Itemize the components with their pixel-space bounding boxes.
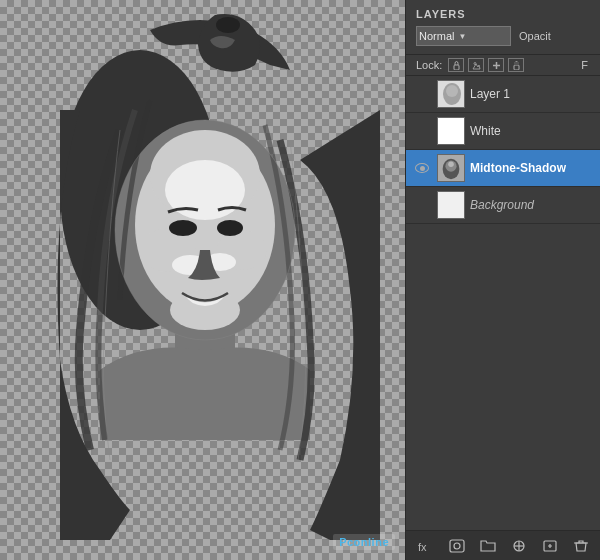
layers-list: Layer 1 White	[406, 76, 600, 530]
background-thumbnail	[437, 191, 465, 219]
artwork	[20, 10, 380, 540]
watermark-text: Pconline	[339, 536, 389, 548]
layer-item-layer1[interactable]: Layer 1	[406, 76, 600, 113]
add-mask-button[interactable]	[446, 535, 468, 557]
layer1-name: Layer 1	[470, 87, 594, 101]
eye-icon	[415, 163, 429, 173]
canvas-area: Pconline	[0, 0, 405, 560]
midtone-shadow-name: Midtone-Shadow	[470, 161, 594, 175]
background-thumb	[438, 192, 464, 218]
svg-rect-27	[450, 540, 464, 552]
lock-label: Lock:	[416, 59, 442, 71]
lock-all-button[interactable]	[508, 58, 524, 72]
opacity-label: Opacit	[519, 30, 551, 42]
blend-mode-dropdown[interactable]: Normal ▼	[416, 26, 511, 46]
background-name: Background	[470, 198, 594, 212]
midtone-shadow-thumbnail	[437, 154, 465, 182]
lock-row: Lock: F	[406, 55, 600, 76]
portrait-svg	[20, 10, 380, 540]
lock-transparency-button[interactable]	[448, 58, 464, 72]
svg-rect-18	[514, 62, 519, 65]
svg-point-21	[446, 85, 458, 97]
delete-layer-button[interactable]	[570, 535, 592, 557]
new-layer-button[interactable]	[539, 535, 561, 557]
panel-title: LAYERS	[416, 8, 590, 20]
watermark: Pconline	[333, 534, 395, 550]
blend-mode-value: Normal	[419, 30, 454, 42]
white-name: White	[470, 124, 594, 138]
panel-footer: fx	[406, 530, 600, 560]
svg-point-28	[454, 543, 460, 549]
lock-position-button[interactable]	[488, 58, 504, 72]
layer-item-background[interactable]: Background	[406, 187, 600, 224]
white-thumb	[438, 118, 464, 144]
svg-rect-15	[454, 65, 459, 70]
svg-point-16	[474, 62, 476, 64]
dropdown-arrow-icon: ▼	[458, 32, 466, 41]
white-thumbnail	[437, 117, 465, 145]
layer1-thumb-checker	[438, 81, 464, 107]
layer-item-midtone-shadow[interactable]: Midtone-Shadow	[406, 150, 600, 187]
blend-row: Normal ▼ Opacit	[416, 26, 590, 46]
create-adjustment-button[interactable]	[508, 535, 530, 557]
layers-panel: LAYERS Normal ▼ Opacit Lock: F	[405, 0, 600, 560]
layer1-thumbnail	[437, 80, 465, 108]
eye-pupil	[420, 166, 425, 171]
add-style-button[interactable]: fx	[415, 535, 437, 557]
svg-point-12	[169, 220, 197, 236]
midtone-shadow-visibility[interactable]	[412, 163, 432, 173]
svg-text:fx: fx	[418, 541, 427, 553]
svg-point-9	[165, 160, 245, 220]
fill-label: F	[581, 59, 588, 71]
create-group-button[interactable]	[477, 535, 499, 557]
svg-point-8	[170, 290, 240, 330]
svg-rect-17	[514, 65, 519, 70]
panel-header: LAYERS Normal ▼ Opacit	[406, 0, 600, 55]
layer-item-white[interactable]: White	[406, 113, 600, 150]
svg-point-1	[216, 17, 240, 33]
lock-image-button[interactable]	[468, 58, 484, 72]
watermark-pc: Pc	[339, 536, 353, 548]
svg-point-25	[448, 162, 454, 168]
svg-point-13	[217, 220, 243, 236]
watermark-online: online	[354, 536, 389, 548]
